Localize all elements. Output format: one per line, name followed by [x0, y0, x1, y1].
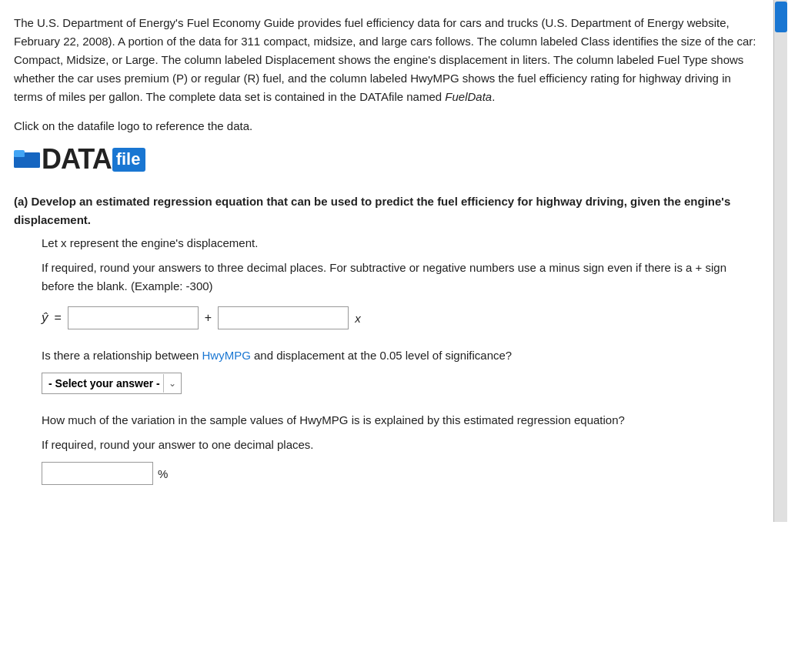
select-answer-wrapper[interactable]: - Select your answer - Yes No ⌄ — [42, 373, 182, 394]
select-answer-dropdown[interactable]: - Select your answer - Yes No — [42, 373, 163, 393]
percent-sign: % — [158, 467, 168, 480]
part-a-content: Let x represent the engine's displacemen… — [42, 234, 756, 485]
intercept-input[interactable] — [68, 306, 199, 329]
file-badge: file — [112, 148, 146, 172]
equation-row: = + x — [42, 306, 756, 329]
data-text: DATA — [42, 143, 112, 176]
chevron-down-icon: ⌄ — [163, 374, 181, 393]
folder-icon — [14, 146, 42, 169]
equals-sign: = — [55, 311, 62, 325]
svg-rect-3 — [14, 150, 25, 155]
percent-row: % — [42, 462, 756, 485]
part-letter-a: (a) — [14, 195, 28, 208]
let-x-text: Let x represent the engine's displacemen… — [42, 234, 756, 252]
main-content: The U.S. Department of Energy's Fuel Eco… — [0, 0, 773, 522]
relationship-question: Is there a relationship between HwyMPG a… — [42, 346, 756, 365]
scrollbar[interactable] — [773, 0, 787, 522]
datafile-name: FuelData — [445, 90, 492, 103]
slope-input[interactable] — [218, 306, 349, 329]
datafile-logo[interactable]: DATAfile — [14, 143, 145, 176]
variation-question: How much of the variation in the sample … — [42, 411, 756, 430]
scrollbar-thumb[interactable] — [775, 2, 787, 32]
part-a-section: (a) Develop an estimated regression equa… — [14, 192, 756, 485]
y-hat-symbol — [42, 310, 48, 326]
plus-sign: + — [205, 311, 212, 325]
hwympg-highlight: HwyMPG — [202, 349, 250, 362]
x-variable-label: x — [355, 312, 361, 325]
click-instruction: Click on the datafile logo to reference … — [14, 117, 756, 135]
intro-paragraph: The U.S. Department of Energy's Fuel Eco… — [14, 14, 756, 106]
rounding-instruction: If required, round your answers to three… — [42, 259, 756, 296]
percent-input[interactable] — [42, 462, 153, 485]
part-a-label: (a) Develop an estimated regression equa… — [14, 192, 756, 229]
round-one-decimal: If required, round your answer to one de… — [42, 436, 756, 454]
